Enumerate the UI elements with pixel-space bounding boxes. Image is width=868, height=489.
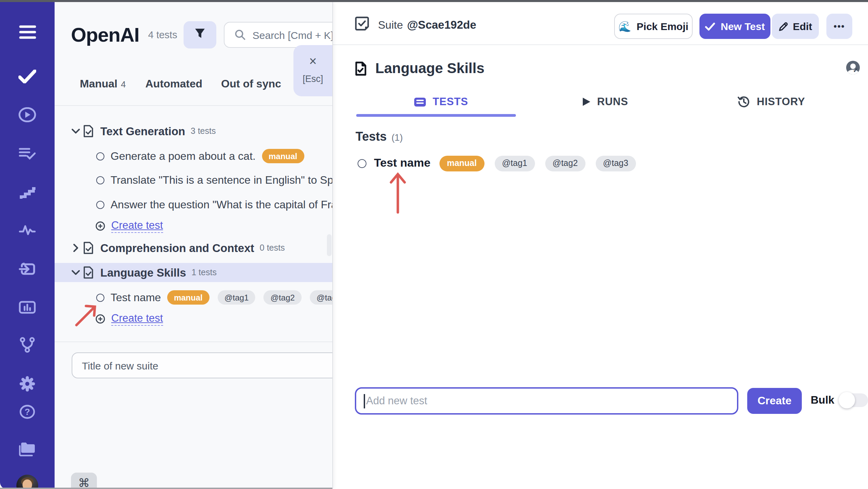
toggle-knob bbox=[839, 392, 855, 408]
more-options-button[interactable]: ••• bbox=[826, 14, 852, 39]
close-drawer-button[interactable]: × [Esc] bbox=[293, 45, 332, 96]
sidebar-item-tests[interactable] bbox=[0, 61, 55, 92]
avatar-check: ✓ bbox=[853, 67, 858, 74]
close-icon: × bbox=[309, 55, 317, 68]
test-row[interactable]: Answer the question "What is the capital… bbox=[55, 195, 332, 214]
edit-button[interactable]: Edit bbox=[772, 14, 819, 39]
bulk-label: Bulk bbox=[811, 394, 834, 406]
sidebar-item-analytics[interactable] bbox=[0, 292, 55, 322]
tab-history[interactable]: HISTORY bbox=[738, 96, 805, 108]
add-test-placeholder: Add new test bbox=[366, 395, 427, 407]
tag-badge[interactable]: @tag3 bbox=[310, 290, 332, 305]
annotation-arrow-right bbox=[388, 171, 408, 215]
pick-emoji-button[interactable]: 🌊 Pick Emoji bbox=[614, 14, 693, 39]
window-top-edge bbox=[0, 0, 868, 2]
search-input[interactable]: Search [Cmd + K] bbox=[224, 22, 332, 48]
sidebar-item-settings[interactable] bbox=[0, 369, 55, 399]
chevron-right-icon[interactable] bbox=[72, 244, 81, 252]
sidebar-item-test-lists[interactable] bbox=[0, 139, 55, 169]
footer-divider bbox=[55, 341, 332, 342]
stairs-icon bbox=[18, 186, 36, 199]
sidebar-item-folders[interactable] bbox=[0, 434, 55, 464]
menu-button[interactable] bbox=[0, 17, 55, 47]
sidebar-item-branches[interactable] bbox=[0, 330, 55, 360]
create-test-link[interactable]: Create test bbox=[111, 219, 163, 233]
suite-title: Language Skills bbox=[375, 60, 484, 76]
command-key-button[interactable]: ⌘ bbox=[71, 473, 97, 489]
history-clock-icon bbox=[738, 96, 750, 108]
create-test-link[interactable]: Create test bbox=[111, 312, 163, 325]
suite-id: @Scae192de bbox=[407, 18, 476, 31]
sidebar: ? bbox=[0, 1, 55, 489]
sidebar-item-runs[interactable] bbox=[0, 100, 55, 130]
tag-badge[interactable]: @tag2 bbox=[264, 290, 302, 305]
test-label: Test name bbox=[111, 291, 161, 304]
test-row[interactable]: Generate a poem about a cat. manual bbox=[55, 146, 332, 166]
test-status-circle-icon bbox=[96, 293, 104, 302]
sidebar-item-steps[interactable] bbox=[0, 178, 55, 208]
suite-doc-icon bbox=[83, 266, 93, 279]
new-suite-title-input[interactable]: Title of new suite bbox=[72, 352, 332, 378]
sidebar-item-sign-in[interactable] bbox=[0, 254, 55, 284]
chevron-down-icon[interactable] bbox=[72, 128, 81, 134]
suite-label: Comprehension and Context bbox=[100, 241, 254, 254]
ellipsis-icon: ••• bbox=[834, 21, 845, 31]
active-tab-underline bbox=[356, 114, 516, 116]
tests-count: (1) bbox=[391, 132, 403, 143]
create-test-row[interactable]: Create test bbox=[55, 309, 332, 328]
test-row-test-name[interactable]: Test name manual @tag1 @tag2 @tag3 bbox=[55, 288, 332, 307]
plus-circle-icon bbox=[96, 314, 105, 323]
add-test-footer: Add new test Create Bulk bbox=[333, 384, 868, 425]
tab-automated[interactable]: Automated bbox=[145, 78, 202, 90]
pencil-icon bbox=[779, 22, 788, 31]
suite-row-text-generation[interactable]: Text Generation 3 tests bbox=[55, 122, 332, 141]
tab-manual[interactable]: Manual4 bbox=[80, 78, 126, 90]
tab-tests[interactable]: TESTS bbox=[414, 96, 468, 108]
tests-section-heading: Tests (1) bbox=[356, 130, 403, 144]
manual-badge: manual bbox=[262, 149, 304, 163]
suites-drawer: OpenAI 4 tests Search [Cmd + K] × [Esc] … bbox=[55, 1, 332, 489]
header-divider bbox=[333, 44, 868, 45]
folders-icon bbox=[18, 441, 36, 458]
sidebar-item-activity[interactable] bbox=[0, 215, 55, 245]
suite-row-comprehension[interactable]: Comprehension and Context 0 tests bbox=[55, 238, 332, 257]
new-test-button[interactable]: New Test bbox=[699, 14, 770, 39]
plus-circle-icon bbox=[96, 221, 105, 230]
assignee-avatar-icon[interactable]: ✓ bbox=[846, 61, 860, 74]
tag-badge[interactable]: @tag2 bbox=[545, 155, 585, 171]
add-new-test-input[interactable]: Add new test bbox=[355, 387, 738, 415]
chevron-down-icon[interactable] bbox=[72, 270, 81, 275]
tag-badge[interactable]: @tag1 bbox=[494, 155, 535, 171]
suite-count: 3 tests bbox=[191, 126, 216, 136]
pulse-icon bbox=[18, 224, 36, 236]
text-cursor bbox=[364, 394, 365, 408]
suite-check-icon bbox=[355, 16, 369, 33]
tab-out-of-sync[interactable]: Out of sync bbox=[221, 78, 281, 90]
suite-count: 0 tests bbox=[260, 243, 285, 253]
scrollbar-thumb[interactable] bbox=[327, 234, 332, 256]
question-circle-icon: ? bbox=[19, 404, 35, 420]
play-icon bbox=[583, 98, 590, 106]
suite-row-language-skills[interactable]: Language Skills 1 tests bbox=[55, 263, 332, 282]
tag-badge[interactable]: @tag3 bbox=[595, 155, 636, 171]
tag-badge[interactable]: @tag1 bbox=[218, 290, 256, 305]
document-check-icon bbox=[355, 61, 366, 75]
test-row[interactable]: Translate "This is a sentence in English… bbox=[55, 171, 332, 190]
create-test-row[interactable]: Create test bbox=[55, 216, 332, 235]
app-window: ? OpenAI 4 tests Search [Cmd + K] bbox=[0, 0, 868, 489]
check-icon bbox=[705, 22, 715, 30]
create-button[interactable]: Create bbox=[747, 388, 802, 414]
tab-runs[interactable]: RUNS bbox=[583, 96, 628, 108]
test-status-circle-icon bbox=[96, 200, 104, 209]
filter-button[interactable] bbox=[184, 21, 216, 48]
suite-identifier: Suite @Scae192de bbox=[355, 16, 476, 33]
sidebar-item-help[interactable]: ? bbox=[0, 397, 55, 427]
test-label: Answer the question "What is the capital… bbox=[111, 198, 332, 211]
bar-chart-icon bbox=[18, 301, 36, 314]
play-circle-icon bbox=[18, 107, 36, 122]
user-avatar[interactable] bbox=[16, 475, 38, 489]
total-tests-count: 4 tests bbox=[148, 29, 177, 40]
bulk-toggle[interactable] bbox=[841, 393, 868, 407]
tabs-divider bbox=[55, 105, 332, 106]
test-row-test-name[interactable]: Test name manual @tag1 @tag2 @tag3 bbox=[358, 154, 636, 173]
